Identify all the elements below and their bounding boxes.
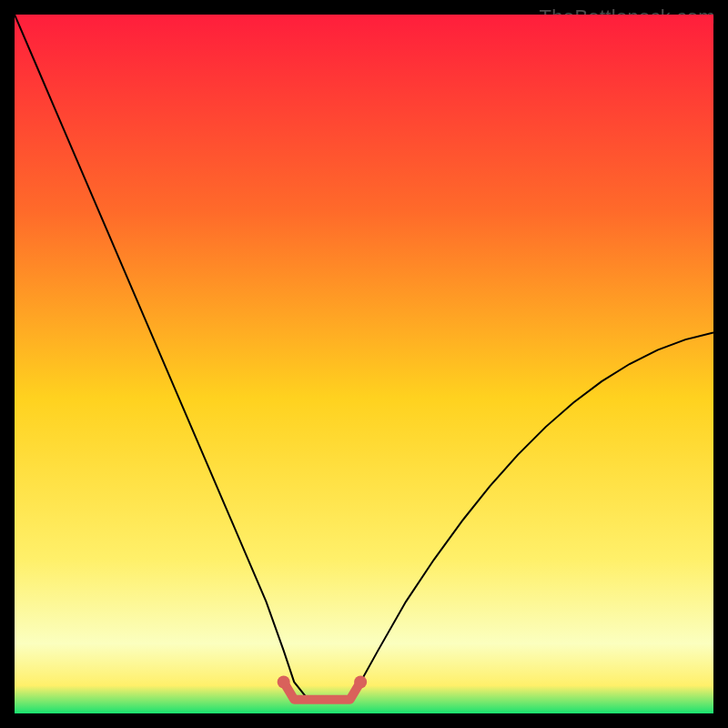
plot-area xyxy=(15,15,713,713)
bottleneck-chart xyxy=(15,15,713,713)
chart-frame: TheBottleneck.com xyxy=(0,0,728,728)
accent-marker xyxy=(354,675,367,688)
gradient-background xyxy=(15,15,713,713)
accent-marker xyxy=(278,675,290,688)
